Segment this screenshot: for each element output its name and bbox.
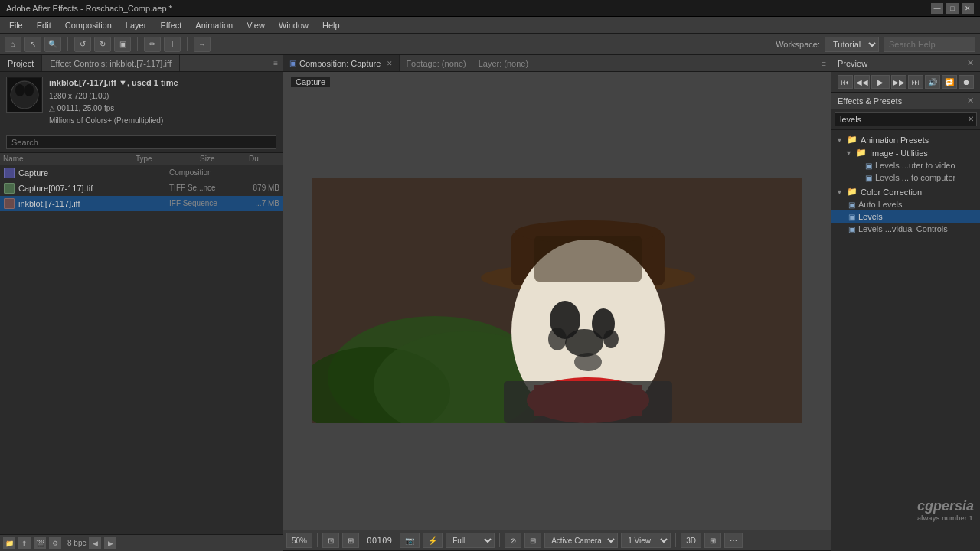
folder-icon: 📁	[847, 135, 858, 145]
settings-button[interactable]: ⚙	[49, 537, 61, 549]
file-item-size: ...7 MB	[234, 199, 279, 207]
levels-label: Levels	[858, 212, 883, 221]
comp-tab-close[interactable]: ✕	[387, 60, 393, 67]
menu-window[interactable]: Window	[273, 19, 315, 31]
menu-file[interactable]: File	[3, 19, 29, 31]
prev-last-button[interactable]: ⏭	[908, 75, 923, 89]
animation-presets-label: Animation Presets	[861, 135, 929, 145]
tab-project[interactable]: Project	[0, 55, 42, 71]
bit-depth-button[interactable]: ◀	[89, 537, 101, 549]
window-controls: — □ ✕	[931, 3, 974, 14]
view-select[interactable]: 1 View 2 Views	[621, 533, 671, 548]
svg-point-2	[15, 84, 24, 96]
file-item-type: IFF Sequence	[169, 199, 230, 207]
3d-button[interactable]: 3D	[681, 533, 701, 548]
levels-computer-label: Levels ... to computer	[875, 173, 956, 182]
list-item[interactable]: Capture[007-117].tif TIFF Se...nce 879 M…	[0, 181, 283, 196]
tree-item-auto-levels[interactable]: ▣ Auto Levels	[831, 198, 980, 210]
prev-loop-button[interactable]: 🔁	[942, 75, 957, 89]
list-item[interactable]: Capture Composition	[0, 165, 283, 181]
minimize-button[interactable]: —	[931, 3, 943, 14]
ep-clear-button[interactable]: ✕	[968, 115, 974, 123]
menu-layer[interactable]: Layer	[119, 19, 153, 31]
bit-depth-right-button[interactable]: ▶	[104, 537, 116, 549]
file-list: Capture Composition Capture[007-117].tif…	[0, 165, 283, 534]
svg-point-1	[11, 81, 38, 109]
toolbar-pen-button[interactable]: ✏	[144, 37, 161, 52]
prev-play-button[interactable]: ▶	[871, 75, 890, 89]
toolbar-zoom-button[interactable]: 🔍	[44, 37, 61, 52]
menu-view[interactable]: View	[240, 19, 271, 31]
color-correction-header[interactable]: ▼ 📁 Color Correction	[831, 185, 980, 198]
transparency-button[interactable]: ⊘	[505, 533, 521, 548]
toolbar-text-button[interactable]: T	[164, 37, 181, 52]
tab-footage[interactable]: Footage: (none)	[400, 57, 472, 70]
ep-menu-button[interactable]: ✕	[967, 96, 974, 106]
quality-select[interactable]: Full Half Quarter	[446, 533, 495, 548]
guide-button[interactable]: ⊟	[524, 533, 541, 548]
project-search-input[interactable]	[6, 135, 276, 149]
expand-icon: ▼	[836, 136, 844, 144]
tab-effect-controls[interactable]: Effect Controls: inkblot.[7-117].iff	[42, 55, 180, 71]
viewer-controls: 50% ⊡ ⊞ 00109 📷 ⚡ Full Half Quarter ⊘ ⊟ …	[283, 530, 831, 551]
camera-button[interactable]: 📷	[400, 533, 420, 548]
effect-icon-4: ▣	[848, 213, 855, 221]
preview-menu-button[interactable]: ✕	[967, 58, 974, 68]
menu-edit[interactable]: Edit	[31, 19, 57, 31]
animation-presets-header[interactable]: ▼ 📁 Animation Presets	[831, 133, 980, 146]
tab-composition[interactable]: ▣ Composition: Capture ✕	[283, 55, 400, 71]
toolbar-arrow-button[interactable]: →	[194, 37, 211, 52]
region-of-interest-button[interactable]: ⊡	[322, 533, 339, 548]
workspace-select[interactable]: Tutorial	[825, 37, 879, 52]
column-headers: Name Type Size Du	[0, 153, 283, 165]
toolbar-undo-button[interactable]: ↺	[74, 37, 91, 52]
menu-composition[interactable]: Composition	[59, 19, 118, 31]
prev-audio-button[interactable]: 🔊	[925, 75, 940, 89]
prev-first-button[interactable]: ⏮	[838, 75, 853, 89]
ep-search-input[interactable]: levels	[835, 112, 977, 126]
tree-item-levels[interactable]: ▣ Levels	[831, 210, 980, 223]
camera-select[interactable]: Active Camera	[544, 533, 618, 548]
app-title: Adobe After Effects - Roschach_Comp.aep …	[6, 4, 172, 13]
menu-animation[interactable]: Animation	[189, 19, 239, 31]
new-folder-button[interactable]: 📁	[3, 537, 15, 549]
prev-back-button[interactable]: ◀◀	[854, 75, 870, 89]
image-utilities-header[interactable]: ▼ 📁 Image - Utilities	[841, 146, 980, 159]
more-button[interactable]: ⋯	[724, 533, 743, 548]
tree-item-levels-2[interactable]: ▣ Levels ... to computer	[841, 171, 980, 184]
comp-settings-button[interactable]: ≡	[817, 59, 831, 68]
tree-item-levels-1[interactable]: ▣ Levels ...uter to video	[841, 159, 980, 171]
new-comp-button[interactable]: 🎬	[34, 537, 46, 549]
close-button[interactable]: ✕	[962, 3, 974, 14]
file-item-size: 879 MB	[234, 184, 279, 192]
effects-presets-panel: Effects & Presets ✕ levels ✕ ▼ 📁 Animati…	[831, 93, 980, 551]
toolbar-separator-2	[137, 37, 138, 51]
grid-button[interactable]: ⊞	[704, 533, 721, 548]
toolbar-redo-button[interactable]: ↻	[94, 37, 111, 52]
list-item[interactable]: inkblot.[7-117].iff IFF Sequence ...7 MB	[0, 196, 283, 211]
menu-effect[interactable]: Effect	[154, 19, 188, 31]
title-bar: Adobe After Effects - Roschach_Comp.aep …	[0, 0, 980, 17]
search-help-input[interactable]	[884, 37, 975, 52]
zoom-select[interactable]: 50%	[286, 533, 312, 548]
toolbar-render-button[interactable]: ▣	[114, 37, 131, 52]
toolbar-select-button[interactable]: ↖	[24, 37, 41, 52]
col-size-header: Size	[200, 155, 246, 163]
prev-forward-button[interactable]: ▶▶	[891, 75, 906, 89]
svg-rect-22	[534, 236, 642, 282]
menu-bar: File Edit Composition Layer Effect Anima…	[0, 17, 980, 34]
file-thumbnail	[6, 77, 43, 113]
prev-record-button[interactable]: ⏺	[959, 75, 974, 89]
pixel-aspect-button[interactable]: ⊞	[342, 533, 359, 548]
panel-menu-button[interactable]: ≡	[269, 59, 283, 67]
tab-layer[interactable]: Layer: (none)	[472, 57, 534, 70]
tree-item-levels-vidual[interactable]: ▣ Levels ...vidual Controls	[831, 223, 980, 235]
import-button[interactable]: ⬆	[18, 537, 31, 549]
right-panel: Preview ✕ ⏮ ◀◀ ▶ ▶▶ ⏭ 🔊 🔁 ⏺ Effects & Pr…	[831, 55, 980, 551]
effect-icon-2: ▣	[865, 174, 872, 182]
toolbar-home-button[interactable]: ⌂	[5, 37, 21, 52]
ep-search-area: levels ✕	[831, 109, 980, 130]
maximize-button[interactable]: □	[946, 3, 959, 14]
render-button-vc[interactable]: ⚡	[423, 533, 443, 548]
menu-help[interactable]: Help	[316, 19, 346, 31]
